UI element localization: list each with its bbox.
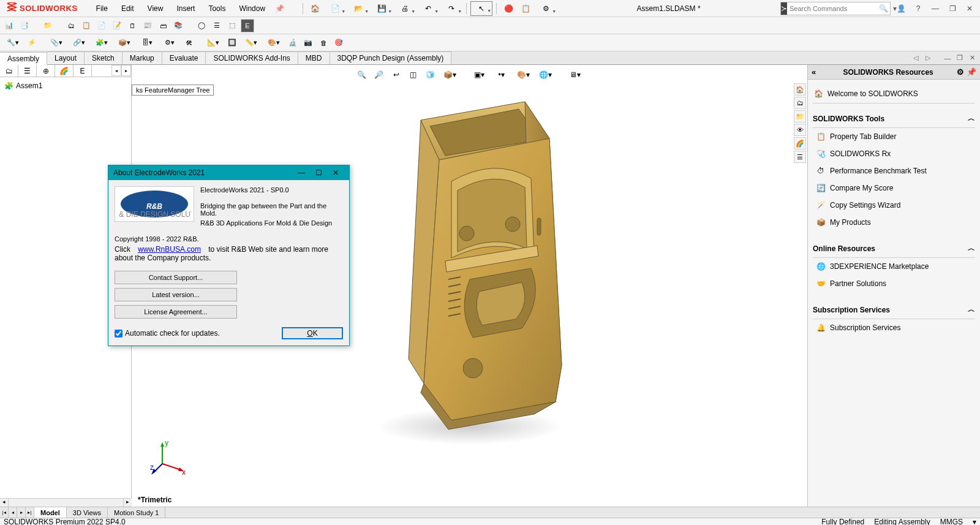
- vsi-custom-icon[interactable]: ☰: [794, 151, 806, 163]
- hu-appearance[interactable]: 🎨▾: [514, 67, 533, 82]
- tb2-btn-16[interactable]: 🗑: [317, 36, 330, 50]
- status-dropdown-icon[interactable]: ▾: [973, 518, 976, 526]
- hu-zoom-fit[interactable]: 🔍: [355, 67, 369, 82]
- tb1-btn-2[interactable]: 📑: [18, 19, 31, 32]
- fm-tab-display[interactable]: 🌈: [55, 65, 74, 77]
- menu-tools[interactable]: Tools: [202, 2, 232, 15]
- tb2-btn-8[interactable]: ⚙▾: [159, 36, 180, 50]
- item-compare[interactable]: 🔄Compare My Score: [813, 179, 975, 197]
- open-button[interactable]: 📂▼: [347, 1, 369, 16]
- hu-hide-show[interactable]: •▾: [492, 67, 511, 82]
- bt-prev[interactable]: ◂: [9, 507, 17, 518]
- tab-layout[interactable]: Layout: [47, 51, 85, 64]
- pin-icon[interactable]: 📌: [275, 4, 284, 13]
- view-triad[interactable]: y x z: [150, 439, 187, 476]
- menu-edit[interactable]: Edit: [115, 2, 140, 15]
- tree-root-item[interactable]: 🧩 Assem1: [2, 80, 129, 92]
- tab-mbd[interactable]: MBD: [298, 51, 330, 64]
- mdi-prev-icon[interactable]: ◁: [910, 53, 921, 64]
- fm-tab-electrode[interactable]: E: [74, 65, 92, 77]
- mdi-close-button[interactable]: ✕: [967, 53, 978, 64]
- bt-first[interactable]: |◂: [0, 507, 9, 518]
- tab-assembly[interactable]: Assembly: [0, 52, 47, 65]
- save-button[interactable]: 💾▼: [371, 1, 393, 16]
- task-pane-collapse-icon[interactable]: «: [812, 67, 816, 77]
- mdi-next-icon[interactable]: ▷: [922, 53, 933, 64]
- bt-next[interactable]: ▸: [17, 507, 26, 518]
- tb2-btn-17[interactable]: 🎯: [332, 36, 345, 50]
- hu-prev-view[interactable]: ↩: [389, 67, 404, 82]
- tb2-btn-9[interactable]: 🛠: [182, 36, 195, 50]
- home-button[interactable]: 🏠: [307, 1, 323, 16]
- close-button[interactable]: ✕: [963, 2, 976, 15]
- search-icon[interactable]: 🔍: [876, 4, 891, 13]
- tb1-btn-5[interactable]: 📋: [80, 19, 93, 32]
- rebuild-button[interactable]: 🔴: [500, 1, 516, 16]
- status-units[interactable]: MMGS: [940, 518, 963, 526]
- tb2-btn-7[interactable]: 🗄▾: [137, 36, 157, 50]
- menu-insert[interactable]: Insert: [170, 2, 201, 15]
- login-icon[interactable]: 👤: [894, 2, 908, 15]
- undo-button[interactable]: ↶▼: [417, 1, 439, 16]
- dialog-minimize-button[interactable]: —: [293, 166, 310, 179]
- dialog-maximize-button[interactable]: ☐: [310, 166, 327, 179]
- tb2-btn-10[interactable]: 📐▾: [203, 36, 224, 50]
- dialog-link[interactable]: www.RnBUSA.com: [138, 245, 201, 254]
- item-3dexperience[interactable]: 🌐3DEXPERIENCE Marketplace: [813, 258, 975, 275]
- vsi-view-icon[interactable]: 👁: [794, 124, 806, 136]
- tb1-btn-12[interactable]: ◯: [195, 19, 208, 32]
- hu-zoom-area[interactable]: 🔎: [372, 67, 386, 82]
- hu-display-style[interactable]: ▣▾: [470, 67, 489, 82]
- tb1-btn-13[interactable]: ☰: [210, 19, 224, 32]
- fm-arrow-left[interactable]: ◂: [111, 65, 121, 76]
- tb1-btn-15-active[interactable]: E: [241, 19, 254, 32]
- vsi-home-icon[interactable]: 🏠: [794, 83, 806, 96]
- help-icon[interactable]: ?: [911, 2, 925, 15]
- tb1-btn-7[interactable]: 📝: [110, 19, 124, 32]
- auto-update-check-input[interactable]: [115, 330, 123, 338]
- minimize-button[interactable]: —: [929, 2, 942, 15]
- hu-dynamic[interactable]: 🧊: [423, 67, 438, 82]
- tb1-btn-1[interactable]: 📊: [2, 19, 16, 32]
- tb2-btn-6[interactable]: 📦▾: [114, 36, 135, 50]
- hu-view-settings[interactable]: 🖥▾: [565, 67, 585, 82]
- tb2-btn-15[interactable]: 📷: [301, 36, 315, 50]
- section-tools-header[interactable]: SOLIDWORKS Tools ︿: [813, 110, 975, 128]
- fm-tab-property[interactable]: ☰: [18, 65, 37, 77]
- tb1-btn-3[interactable]: 📁: [41, 19, 55, 32]
- tab-3dqp[interactable]: 3DQP Punch Design (Assembly): [330, 51, 452, 64]
- bt-last[interactable]: ▸|: [26, 507, 34, 518]
- vsi-folder-icon[interactable]: 📁: [794, 110, 806, 123]
- contact-support-button[interactable]: Contact Support...: [115, 271, 237, 284]
- tb1-btn-14[interactable]: ⬚: [225, 19, 239, 32]
- welcome-item[interactable]: 🏠 Welcome to SOLIDWORKS: [813, 85, 975, 104]
- mdi-restore-button[interactable]: ❐: [954, 53, 965, 64]
- hu-section[interactable]: ◫: [406, 67, 421, 82]
- new-button[interactable]: 📄▼: [324, 1, 346, 16]
- task-pane-gear-icon[interactable]: ⚙: [957, 67, 964, 77]
- tb1-btn-4[interactable]: 🗂: [64, 19, 78, 32]
- item-property-tab[interactable]: 📋Property Tab Builder: [813, 128, 975, 145]
- ok-button[interactable]: OK: [282, 327, 343, 339]
- latest-version-button[interactable]: Latest version...: [115, 288, 237, 301]
- bottom-tab-3dviews[interactable]: 3D Views: [67, 507, 108, 518]
- tb2-btn-14[interactable]: 🔬: [286, 36, 300, 50]
- tab-addins[interactable]: SOLIDWORKS Add-Ins: [206, 51, 298, 64]
- auto-update-checkbox[interactable]: Automatic check for updates.: [115, 329, 220, 338]
- section-subscription-header[interactable]: Subscription Services ︿: [813, 301, 975, 319]
- hu-scene[interactable]: 🌐▾: [536, 67, 556, 82]
- tab-markup[interactable]: Markup: [123, 51, 162, 64]
- dialog-close-button[interactable]: ✕: [327, 166, 344, 179]
- tb1-btn-10[interactable]: 🗃: [156, 19, 170, 32]
- search-input[interactable]: [787, 5, 876, 12]
- tb2-btn-4[interactable]: 🔗▾: [69, 36, 89, 50]
- feature-panel-scrollbar[interactable]: ◂ ▸: [0, 498, 132, 507]
- command-prompt-icon[interactable]: ≻: [781, 2, 787, 15]
- options-button[interactable]: ⚙▼: [535, 1, 557, 16]
- tb1-btn-11[interactable]: 📚: [172, 19, 185, 32]
- hu-orientation[interactable]: 📦▾: [440, 67, 460, 82]
- dialog-titlebar[interactable]: About ElectrodeWorks 2021 — ☐ ✕: [108, 165, 349, 180]
- mdi-minimize-button[interactable]: —: [942, 53, 953, 64]
- item-copy-settings[interactable]: 🪄Copy Settings Wizard: [813, 197, 975, 214]
- item-partner[interactable]: 🤝Partner Solutions: [813, 275, 975, 292]
